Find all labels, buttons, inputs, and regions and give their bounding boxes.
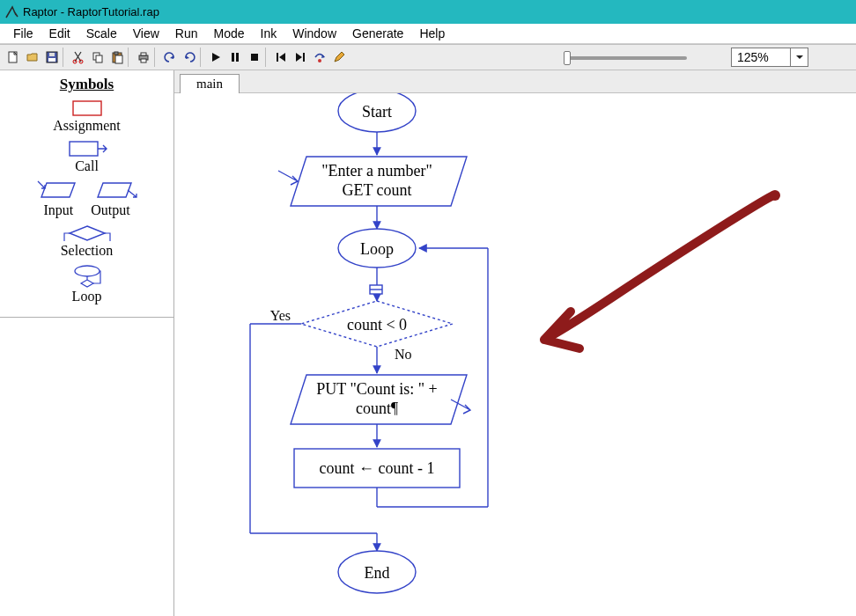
open-button[interactable]: [23, 48, 42, 67]
menu-scale[interactable]: Scale: [78, 25, 125, 42]
menu-window[interactable]: Window: [284, 25, 344, 42]
condition-yes-label: Yes: [270, 308, 291, 323]
step-back-button[interactable]: [271, 48, 291, 67]
chevron-down-icon: [790, 48, 808, 66]
svg-rect-17: [277, 53, 278, 62]
svg-rect-21: [70, 142, 98, 156]
canvas-pane: main Start "Enter a number": [174, 70, 856, 616]
symbol-input[interactable]: [38, 181, 75, 197]
svg-rect-13: [141, 59, 146, 62]
app-icon: [4, 4, 19, 20]
svg-rect-3: [49, 53, 55, 56]
svg-rect-16: [251, 54, 258, 61]
print-button[interactable]: [134, 48, 153, 67]
new-button[interactable]: [4, 48, 23, 67]
cut-button[interactable]: [69, 48, 88, 67]
workspace: Symbols Assignment Call: [0, 70, 856, 616]
play-button[interactable]: [206, 48, 225, 67]
step-into-icon: [313, 50, 327, 64]
svg-rect-18: [303, 53, 305, 62]
step-into-button[interactable]: [310, 48, 329, 67]
copy-icon: [91, 50, 105, 64]
speed-slider[interactable]: [564, 48, 696, 68]
play-icon: [209, 50, 223, 64]
svg-rect-7: [96, 55, 102, 62]
svg-rect-12: [141, 53, 146, 55]
zoom-value: 125%: [732, 50, 790, 64]
flowchart-canvas[interactable]: Start "Enter a number" GET count Loop: [174, 93, 856, 616]
annotation-arrow-tail: [770, 190, 780, 201]
svg-rect-10: [114, 52, 118, 55]
svg-rect-20: [73, 101, 101, 115]
step-over-button[interactable]: [291, 48, 310, 67]
menu-help[interactable]: Help: [411, 25, 453, 42]
node-output-line2: count¶: [356, 400, 398, 417]
menu-generate[interactable]: Generate: [344, 25, 411, 42]
redo-button[interactable]: [180, 48, 199, 67]
node-end-label: End: [365, 564, 390, 582]
svg-rect-15: [236, 53, 239, 62]
toolbar: 125%: [0, 44, 856, 70]
menubar: File Edit Scale View Run Mode Ink Window…: [0, 24, 856, 44]
symbol-output[interactable]: [98, 183, 137, 197]
symbol-assignment[interactable]: Assignment: [0, 99, 173, 134]
symbol-call[interactable]: Call: [0, 139, 173, 174]
stop-button[interactable]: [245, 48, 264, 67]
node-start-label: Start: [362, 103, 392, 121]
annotation-arrow: [544, 195, 773, 348]
node-condition-label: count < 0: [347, 316, 407, 334]
paste-icon: [110, 50, 124, 64]
symbol-call-label: Call: [0, 158, 173, 174]
console-output: [0, 317, 173, 616]
redo-icon: [182, 50, 196, 64]
symbol-output-label: Output: [91, 202, 129, 218]
svg-point-19: [318, 59, 321, 62]
symbols-palette: Symbols Assignment Call: [0, 70, 173, 317]
menu-view[interactable]: View: [125, 25, 167, 42]
symbol-input-label: Input: [43, 202, 73, 218]
step-over-icon: [293, 50, 307, 64]
menu-run[interactable]: Run: [167, 25, 206, 42]
node-input-line2: GET count: [342, 181, 411, 199]
symbol-loop-label: Loop: [0, 289, 173, 304]
node-loop-label: Loop: [360, 240, 394, 258]
save-button[interactable]: [42, 48, 62, 67]
condition-no-label: No: [395, 347, 412, 362]
tab-strip: main: [174, 70, 856, 93]
save-icon: [45, 50, 59, 64]
symbol-assignment-label: Assignment: [0, 118, 173, 134]
paste-button[interactable]: [107, 48, 127, 67]
svg-rect-14: [232, 53, 234, 62]
stop-icon: [247, 50, 262, 64]
tab-main[interactable]: main: [180, 74, 240, 93]
svg-rect-9: [115, 55, 122, 63]
left-panel: Symbols Assignment Call: [0, 70, 174, 616]
svg-rect-2: [48, 58, 55, 62]
menu-ink[interactable]: Ink: [253, 25, 285, 42]
menu-file[interactable]: File: [5, 25, 41, 42]
symbol-loop[interactable]: Loop: [0, 264, 173, 304]
pause-icon: [228, 50, 242, 64]
window-title: Raptor - RaptorTutorial.rap: [23, 5, 159, 18]
pencil-icon: [332, 50, 346, 64]
menu-edit[interactable]: Edit: [41, 25, 78, 42]
step-back-icon: [274, 50, 288, 64]
pause-button[interactable]: [225, 48, 245, 67]
node-assign-label: count ← count - 1: [320, 459, 435, 477]
symbols-header: Symbols: [0, 76, 173, 93]
symbol-io-row: Input Output: [0, 180, 173, 218]
new-file-icon: [6, 50, 20, 64]
menu-mode[interactable]: Mode: [206, 25, 253, 42]
node-input-line1: "Enter a number": [321, 162, 432, 180]
symbol-selection[interactable]: Selection: [0, 224, 173, 259]
undo-button[interactable]: [160, 48, 180, 67]
ink-button[interactable]: [329, 48, 349, 67]
cut-icon: [71, 50, 85, 64]
copy-button[interactable]: [88, 48, 107, 67]
svg-point-22: [75, 266, 100, 276]
symbol-selection-label: Selection: [0, 243, 173, 259]
zoom-dropdown[interactable]: 125%: [731, 48, 808, 67]
undo-icon: [163, 50, 177, 64]
print-icon: [137, 50, 151, 64]
node-output-line1: PUT "Count is: " +: [316, 380, 438, 398]
